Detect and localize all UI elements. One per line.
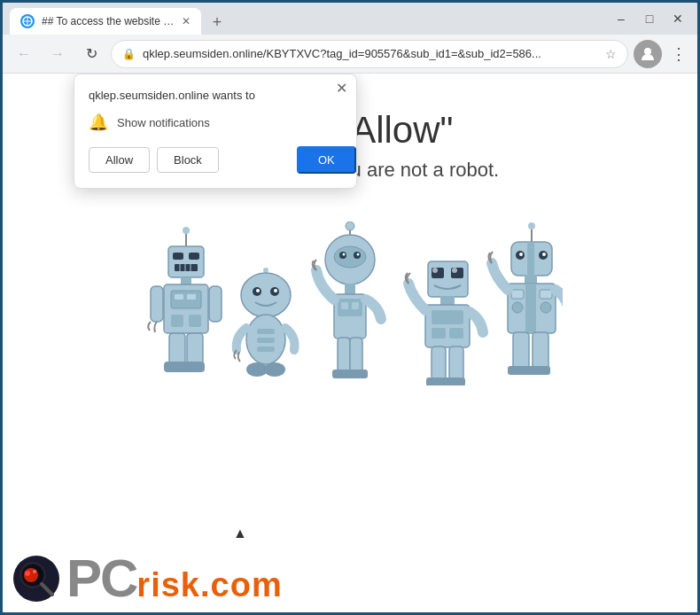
svg-rect-63 (432, 310, 463, 324)
back-button[interactable]: ← (10, 40, 38, 68)
svg-rect-17 (187, 294, 196, 300)
svg-point-45 (343, 253, 346, 256)
svg-rect-9 (175, 264, 198, 271)
permission-text: Show notifications (117, 116, 210, 129)
svg-point-71 (528, 222, 535, 230)
svg-rect-8 (189, 253, 199, 260)
svg-point-84 (541, 302, 551, 313)
svg-rect-19 (189, 315, 201, 327)
svg-rect-78 (525, 275, 537, 284)
svg-rect-25 (182, 362, 205, 372)
pcrisk-logo-area: PC risk.com (3, 545, 697, 612)
svg-point-46 (357, 253, 360, 256)
tab-area: ## To access the website click th... ✕ + (10, 3, 605, 35)
browser-frame: ## To access the website click th... ✕ +… (0, 0, 700, 615)
svg-rect-88 (527, 366, 550, 375)
notification-popup: ✕ qklep.seumsiden.online wants to 🔔 Show… (74, 74, 357, 189)
robot-illustration (128, 208, 572, 385)
nav-bar: ← → ↻ 🔒 qklep.seumsiden.online/KBYTXVC?t… (3, 35, 697, 74)
svg-rect-82 (540, 290, 552, 299)
svg-rect-52 (338, 338, 350, 373)
svg-point-59 (432, 268, 438, 273)
svg-rect-55 (348, 370, 368, 378)
svg-point-77 (542, 253, 546, 256)
allow-button[interactable]: Allow (89, 147, 150, 173)
page-content: ✕ qklep.seumsiden.online wants to 🔔 Show… (3, 74, 697, 612)
more-options-icon[interactable]: ⋮ (667, 41, 690, 67)
popup-title: qklep.seumsiden.online wants to (89, 89, 342, 102)
svg-line-94 (42, 584, 52, 595)
svg-rect-47 (345, 284, 355, 294)
svg-point-83 (512, 302, 523, 313)
svg-rect-86 (533, 332, 548, 370)
title-bar: ## To access the website click th... ✕ +… (3, 3, 697, 35)
mouse-cursor: ▲ (233, 525, 247, 541)
svg-rect-6 (168, 246, 204, 277)
pcrisk-logo-icon (13, 556, 59, 602)
tab-title: ## To access the website click th... (42, 15, 175, 27)
bookmark-icon[interactable]: ☆ (605, 47, 617, 61)
svg-rect-56 (428, 261, 468, 297)
url-text: qklep.seumsiden.online/KBYTXVC?tag_id=90… (143, 47, 598, 60)
popup-permission-row: 🔔 Show notifications (89, 113, 342, 132)
svg-rect-64 (432, 328, 446, 339)
svg-rect-53 (350, 338, 362, 373)
svg-rect-80 (525, 284, 536, 333)
forward-button[interactable]: → (43, 40, 72, 68)
svg-rect-81 (511, 290, 524, 299)
popup-close-button[interactable]: ✕ (336, 82, 347, 96)
profile-icon[interactable] (634, 40, 662, 68)
svg-rect-36 (257, 346, 275, 352)
svg-point-60 (452, 268, 457, 273)
risk-text: risk.com (136, 566, 282, 604)
svg-rect-67 (449, 346, 463, 380)
svg-point-27 (263, 268, 268, 273)
ok-button[interactable]: OK (297, 146, 356, 174)
svg-point-5 (183, 227, 190, 234)
svg-rect-7 (173, 253, 183, 260)
tab-close-button[interactable]: ✕ (182, 15, 191, 27)
svg-rect-69 (444, 378, 465, 385)
svg-rect-66 (432, 346, 446, 380)
close-button[interactable]: ✕ (665, 6, 690, 31)
svg-rect-13 (181, 277, 191, 284)
svg-point-31 (256, 289, 260, 292)
pc-text: PC (66, 552, 136, 605)
svg-point-92 (25, 571, 30, 576)
svg-rect-34 (257, 329, 275, 334)
popup-action-buttons: Allow Block (89, 147, 219, 173)
svg-rect-21 (209, 286, 222, 322)
svg-rect-22 (169, 333, 185, 364)
svg-rect-61 (440, 296, 455, 305)
svg-rect-73 (527, 242, 534, 276)
window-controls: – □ ✕ (609, 6, 690, 31)
svg-point-40 (346, 222, 354, 230)
minimize-button[interactable]: – (609, 6, 634, 31)
svg-rect-51 (352, 302, 359, 309)
svg-rect-18 (171, 315, 183, 327)
pcrisk-text: PC risk.com (66, 552, 283, 605)
active-tab[interactable]: ## To access the website click th... ✕ (10, 8, 201, 35)
svg-point-42 (334, 246, 366, 268)
svg-rect-35 (257, 338, 275, 343)
new-tab-button[interactable]: + (205, 10, 229, 35)
refresh-button[interactable]: ↻ (77, 40, 105, 68)
svg-rect-20 (151, 286, 163, 322)
tab-favicon (20, 14, 35, 28)
svg-rect-23 (187, 333, 203, 364)
bell-icon: 🔔 (89, 113, 108, 132)
svg-point-28 (241, 273, 291, 317)
block-button[interactable]: Block (157, 147, 219, 173)
svg-rect-50 (341, 302, 348, 309)
lock-icon: 🔒 (122, 48, 136, 60)
svg-rect-85 (513, 332, 529, 370)
svg-point-3 (644, 48, 651, 55)
svg-point-32 (274, 289, 277, 292)
address-bar[interactable]: 🔒 qklep.seumsiden.online/KBYTXVC?tag_id=… (111, 40, 628, 68)
svg-rect-16 (175, 294, 183, 300)
svg-point-38 (264, 362, 285, 377)
svg-point-76 (519, 253, 523, 256)
maximize-button[interactable]: □ (637, 6, 662, 31)
svg-rect-65 (449, 328, 463, 339)
svg-point-93 (33, 570, 36, 573)
